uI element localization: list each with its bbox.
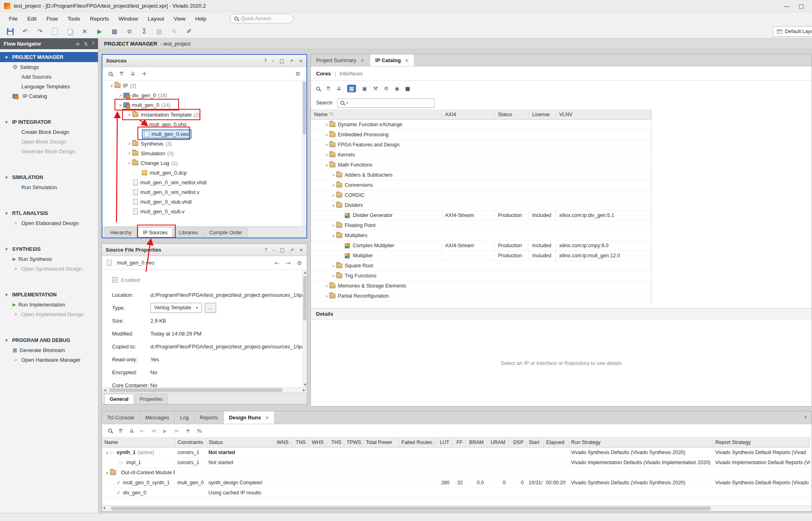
catalog-search-input[interactable]: [350, 100, 431, 106]
chevron-expanded-icon[interactable]: ∨: [109, 83, 115, 88]
delete-icon[interactable]: ✕: [80, 27, 89, 36]
catalog-row-dynamic-function-exchange[interactable]: >Dynamic Function eXchange: [311, 120, 651, 130]
stepping-icon[interactable]: ▦: [110, 27, 119, 36]
tab-reports[interactable]: Reports: [194, 411, 224, 424]
catalog-row-embedded-processing[interactable]: >Embedded Processing: [311, 130, 651, 140]
catalog-row-math-functions[interactable]: ∨Math Functions: [311, 160, 651, 170]
tab-ip-sources[interactable]: IP Sources: [138, 227, 173, 238]
catalog-row-adders-subtracters[interactable]: >Adders & Subtracters: [311, 170, 651, 180]
column-bram[interactable]: BRAM: [465, 438, 486, 447]
type-more-button[interactable]: …: [205, 303, 216, 313]
help-icon[interactable]: ?: [264, 58, 267, 64]
chevron-expanded-icon[interactable]: ∨: [104, 471, 110, 475]
column-wns[interactable]: WNS: [273, 438, 291, 447]
nav-item-run-simulation[interactable]: Run Simulation: [0, 182, 98, 192]
tab-hierarchy[interactable]: Hierarchy: [105, 227, 137, 238]
maximize-button[interactable]: ▢: [799, 3, 804, 9]
group-by-category-icon[interactable]: ▦: [347, 85, 356, 92]
type-select[interactable]: Verilog Template▾: [150, 303, 202, 313]
column-vlnv[interactable]: VLNV: [556, 109, 651, 119]
tab-design-runs[interactable]: Design Runs×: [224, 411, 275, 424]
tab-messages[interactable]: Messages: [140, 411, 175, 424]
nav-section-rtl-analysis[interactable]: ∨RTL ANALYSIS: [0, 208, 98, 218]
catalog-row-memories-storage[interactable]: >Memories & Storage Elements: [311, 281, 651, 291]
tab-compile-order[interactable]: Compile Order: [204, 227, 247, 238]
close-icon[interactable]: ×: [299, 58, 303, 64]
selected-item-box[interactable]: mult_gen_0.veo: [142, 129, 192, 139]
chevron-expanded-icon[interactable]: ∨: [127, 113, 132, 117]
tab-log[interactable]: Log: [175, 411, 194, 424]
chevron-collapsed-icon[interactable]: >: [331, 173, 336, 177]
chevron-collapsed-icon[interactable]: >: [324, 294, 329, 298]
chevron-collapsed-icon[interactable]: >: [331, 264, 336, 268]
chevron-collapsed-icon[interactable]: >: [127, 151, 132, 156]
run-row-synth-1[interactable]: ∨▷synth_1(active) constrs_1 Not started …: [102, 447, 810, 457]
vertical-scrollbar[interactable]: [302, 81, 306, 226]
catalog-row-multipliers[interactable]: ∨Multipliers: [311, 231, 651, 241]
nav-section-project-manager[interactable]: ∨PROJECT MANAGER: [0, 52, 98, 62]
vertical-scrollbar[interactable]: ▲ ▼: [302, 270, 307, 387]
chevron-collapsed-icon[interactable]: >: [13, 221, 18, 225]
create-runs-icon[interactable]: +: [185, 427, 191, 434]
quick-access-search[interactable]: [230, 14, 294, 23]
tree-item-synthesis[interactable]: >Synthesis(3): [102, 139, 306, 148]
column-whs[interactable]: WHS: [308, 438, 326, 447]
report-icon[interactable]: [50, 27, 59, 36]
tree-item-sim-netlist-vhdl[interactable]: mult_gen_0_sim_netlist.vhdl: [102, 177, 306, 187]
column-run-strategy[interactable]: Run Strategy: [568, 438, 713, 447]
chevron-collapsed-icon[interactable]: >: [324, 153, 329, 157]
expand-all-icon[interactable]: ⇊: [129, 428, 134, 434]
sum-icon[interactable]: Σ: [140, 27, 149, 36]
chevron-expanded-icon[interactable]: ∨: [104, 450, 110, 455]
catalog-row-multiplier[interactable]: MultiplierProductionIncludedxilinx.com:i…: [311, 251, 651, 261]
nav-section-synthesis[interactable]: ∨SYNTHESIS: [0, 244, 98, 254]
dock-icon[interactable]: ≡: [76, 41, 80, 47]
sfp-panel-titlebar[interactable]: Source File Properties ? – □ ↗ ×: [102, 244, 307, 256]
menu-edit[interactable]: Edit: [23, 14, 42, 24]
chevron-collapsed-icon[interactable]: >: [13, 358, 18, 362]
catalog-row-floating-point[interactable]: >Floating Point: [311, 221, 651, 231]
nav-item-create-block-design[interactable]: Create Block Design: [0, 127, 98, 137]
tree-item-stub-vhdl[interactable]: mult_gen_0_stub.vhdl: [102, 197, 306, 206]
tree-item-div-gen-0[interactable]: >div_gen_0(16): [102, 90, 306, 100]
nav-section-program-and-debug[interactable]: ∨PROGRAM AND DEBUG: [0, 335, 98, 345]
tree-item-sim-netlist-v[interactable]: mult_gen_0_sim_netlist.v: [102, 187, 306, 197]
column-start[interactable]: Start: [526, 438, 543, 447]
collapse-all-icon[interactable]: ⇈: [326, 85, 331, 92]
tree-item-ip[interactable]: ∨IP(2): [102, 81, 306, 90]
column-status[interactable]: Status: [206, 438, 273, 447]
settings-gear-icon[interactable]: ⚙: [295, 71, 300, 77]
sources-panel-titlebar[interactable]: Sources ? – □ ↗ ×: [102, 55, 306, 67]
tab-libraries[interactable]: Libraries: [173, 227, 203, 238]
chevron-collapsed-icon[interactable]: >: [118, 93, 123, 98]
tab-properties[interactable]: Properties: [135, 394, 168, 404]
chevron-collapsed-icon[interactable]: >: [324, 123, 329, 127]
menu-flow[interactable]: Flow: [42, 14, 63, 24]
horizontal-scrollbar[interactable]: ◀ ▶: [102, 387, 307, 393]
nav-item-settings[interactable]: ⚙Settings: [0, 62, 98, 72]
nav-item-language-templates[interactable]: Language Templates: [0, 81, 98, 91]
catalog-row-fpga-features-and-design[interactable]: >FPGA Features and Design: [311, 140, 651, 150]
expand-collapse-icon[interactable]: ⇅: [84, 41, 88, 47]
expand-all-icon[interactable]: ⇊: [337, 85, 341, 92]
help-icon[interactable]: ?: [92, 41, 94, 47]
subnav-cores[interactable]: Cores: [316, 71, 331, 77]
column-total-power[interactable]: Total Power: [363, 438, 399, 447]
tree-item-simulation[interactable]: >Simulation(3): [102, 148, 306, 158]
menu-tools[interactable]: Tools: [63, 14, 85, 24]
save-icon[interactable]: [6, 27, 15, 36]
catalog-row-cordic[interactable]: >CORDIC: [311, 190, 651, 200]
column-tns[interactable]: TNS: [291, 438, 308, 447]
tree-item-instantiation-template[interactable]: ∨Instantiation Template(2): [102, 110, 306, 119]
tree-item-stub-v[interactable]: mult_gen_0_stub.v: [102, 206, 306, 216]
catalog-row-kernels[interactable]: >Kernels: [311, 150, 651, 160]
menu-layout[interactable]: Layout: [143, 14, 169, 24]
chevron-expanded-icon[interactable]: ∨: [118, 103, 123, 107]
forward-icon[interactable]: →: [286, 260, 291, 266]
nav-section-ip-integrator[interactable]: ∨IP INTEGRATOR: [0, 117, 98, 127]
run-row-impl-1[interactable]: ▷impl_1 constrs_1 Not started Vivado Imp…: [102, 457, 810, 467]
scrollbar-thumb[interactable]: [303, 81, 306, 135]
column-uram[interactable]: URAM: [486, 438, 508, 447]
column-elapsed[interactable]: Elapsed: [543, 438, 568, 447]
collapse-all-icon[interactable]: ⇈: [119, 71, 124, 77]
